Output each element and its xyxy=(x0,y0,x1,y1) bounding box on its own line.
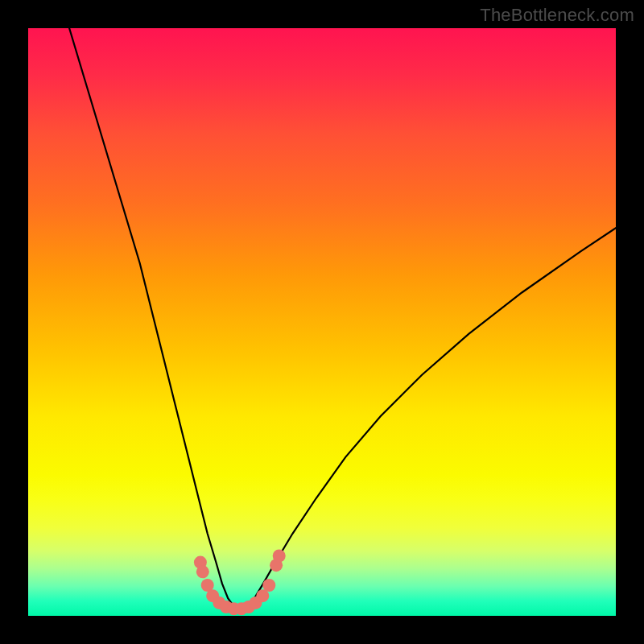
marker-dot xyxy=(273,550,286,563)
chart-frame: TheBottleneck.com xyxy=(0,0,644,644)
bottleneck-curve xyxy=(69,28,616,609)
curve-markers xyxy=(194,550,286,616)
plot-area xyxy=(28,28,616,616)
watermark-text: TheBottleneck.com xyxy=(480,5,634,26)
marker-dot xyxy=(262,579,275,592)
marker-dot xyxy=(196,565,209,578)
curve-layer xyxy=(28,28,616,616)
